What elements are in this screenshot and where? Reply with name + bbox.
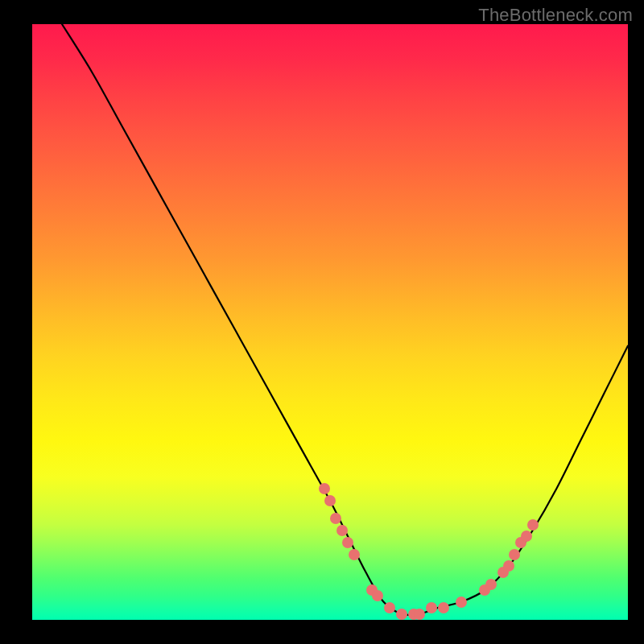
highlight-dot (456, 597, 467, 608)
plot-area (32, 24, 628, 620)
highlight-dot (479, 584, 490, 596)
highlight-dot (396, 609, 407, 620)
highlight-dot (408, 609, 419, 620)
highlight-dot (330, 513, 341, 524)
highlight-dot (324, 495, 336, 506)
highlight-dot (521, 530, 532, 542)
highlight-dot (342, 537, 353, 548)
highlight-dot (515, 537, 526, 548)
highlight-dot (372, 590, 383, 601)
highlight-dot (485, 579, 497, 590)
chart-curve (32, 24, 628, 620)
highlight-dot (509, 549, 520, 560)
highlight-dots-layer (32, 24, 628, 620)
highlight-dot (349, 549, 360, 560)
highlight-dot (426, 602, 437, 613)
highlight-dot (527, 519, 539, 530)
highlight-dot (319, 483, 330, 494)
highlight-dot (336, 525, 348, 536)
highlight-dot (384, 602, 395, 613)
highlight-dot (366, 584, 378, 596)
highlight-dot (414, 609, 425, 620)
highlight-dot (503, 560, 514, 572)
watermark-text: TheBottleneck.com (478, 5, 633, 26)
highlight-dot (497, 567, 509, 578)
highlight-dot (438, 602, 449, 613)
